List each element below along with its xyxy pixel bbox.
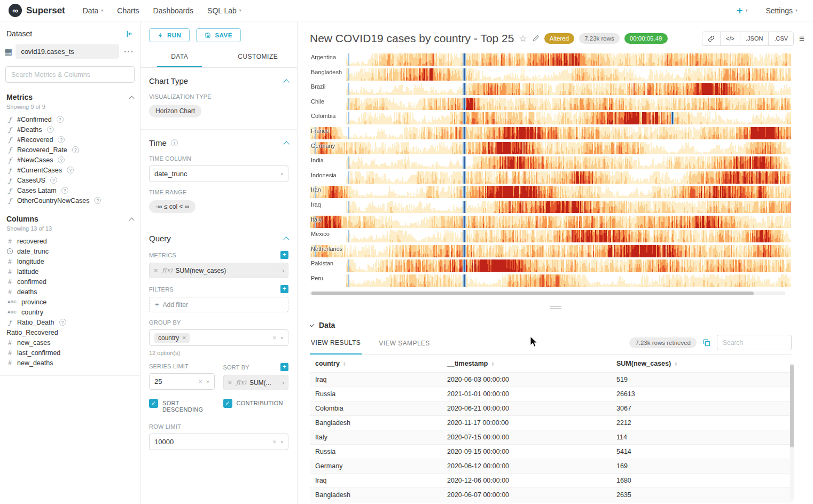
info-icon[interactable]: ? [72,146,79,153]
nav-charts[interactable]: Charts [110,0,146,21]
save-button[interactable]: SAVE [196,28,240,42]
info-icon[interactable]: ? [67,167,74,174]
info-icon[interactable]: ? [57,116,64,123]
scrollbar-thumb[interactable] [311,292,754,295]
tab-data[interactable]: DATA [140,48,219,67]
add-filter-plus-button[interactable]: + [280,285,288,293]
info-icon[interactable]: ? [61,187,68,194]
chevron-right-icon[interactable]: › [278,263,288,278]
nav-sql-lab[interactable]: SQL Lab▾ [200,0,248,21]
sort-descending-checkbox[interactable]: ✓ SORT DESCENDING [149,399,215,413]
sort-by-option[interactable]: × ƒ(x) SUM(... › [223,375,289,390]
columns-title: Columns [6,215,38,223]
share-link-button[interactable] [702,32,721,45]
column-item[interactable]: #new_deaths [0,358,140,368]
results-search-input[interactable] [717,335,792,350]
altered-badge[interactable]: Altered [544,33,574,44]
chart-type-section-toggle[interactable]: Chart Type [149,74,288,86]
copy-icon[interactable] [702,338,711,347]
contribution-checkbox[interactable]: ✓ CONTRIBUTION [223,399,289,413]
tab-view-results[interactable]: VIEW RESULTS [310,334,362,355]
tab-customize[interactable]: CUSTOMIZE [219,48,298,67]
column-item[interactable]: #confirmed [0,277,140,287]
info-icon[interactable]: ? [47,126,54,133]
settings-menu-button[interactable]: Settings▾ [759,0,804,21]
add-sort-button[interactable]: + [280,363,288,371]
info-icon[interactable]: ? [50,177,57,184]
query-section-toggle[interactable]: Query [149,232,288,244]
viz-type-value[interactable]: Horizon Chart [149,105,201,117]
favorite-star-icon[interactable]: ☆ [519,33,527,44]
horizon-chart[interactable]: ArgentinaBangladeshBrazilChileColombiaFr… [310,53,791,290]
data-panel-toggle[interactable]: Data [310,314,792,329]
horizontal-scrollbar[interactable] [310,292,785,295]
clear-icon[interactable]: × [198,377,202,385]
columns-section-header[interactable]: Columns [0,206,140,224]
column-item[interactable]: Ratio_Recovered [0,327,140,337]
time-column-select[interactable]: date_trunc ▾ [149,166,288,182]
chevron-right-icon[interactable]: › [278,375,288,390]
info-icon[interactable]: ? [59,319,66,326]
column-item[interactable]: #last_confirmed [0,348,140,358]
nav-dashboards[interactable]: Dashboards [146,0,201,21]
more-menu-icon[interactable]: ≡ [799,34,804,43]
series-limit-select[interactable]: 25 × ▾ [149,373,215,390]
metric-item[interactable]: ƒ#Deaths? [0,124,140,135]
new-menu-button[interactable]: +▾ [730,0,754,21]
metrics-section-header[interactable]: Metrics [0,84,140,103]
column-header-timestamp[interactable]: __timestamp▲▼ [442,355,611,373]
nav-data[interactable]: Data▾ [76,0,111,21]
metric-item[interactable]: ƒCases Latam? [0,185,140,195]
metric-item[interactable]: ƒRecovered_Rate? [0,145,140,155]
metric-item[interactable]: ƒ#CurrentCases? [0,165,140,175]
metric-item[interactable]: ƒ#Recovered? [0,135,140,145]
panel-resize-handle[interactable] [298,305,813,310]
column-item[interactable]: #new_cases [0,337,140,348]
column-item[interactable]: #recovered [0,236,140,246]
scrollbar-thumb[interactable] [790,365,794,447]
collapse-panel-icon[interactable] [126,30,134,38]
row-limit-select[interactable]: 10000 × ▾ [149,434,288,450]
column-item[interactable]: #deaths [0,287,140,297]
tab-view-samples[interactable]: VIEW SAMPLES [378,334,431,354]
time-section-toggle[interactable]: Time i [149,136,288,148]
info-icon[interactable]: ? [58,156,65,163]
export-csv-button[interactable]: .CSV [769,32,793,45]
vertical-scrollbar[interactable] [790,363,794,501]
column-item[interactable]: #longitude [0,256,140,266]
remove-icon[interactable]: × [154,266,158,274]
metric-item[interactable]: ƒCasesUS? [0,175,140,185]
remove-icon[interactable]: × [182,334,186,342]
group-by-chip[interactable]: country × [154,333,190,343]
column-header-country[interactable]: country▲▼ [310,355,442,373]
info-icon[interactable]: ? [58,136,65,143]
chevron-down-icon: ▾ [745,8,747,13]
info-icon[interactable]: ? [94,197,101,204]
metric-item[interactable]: ƒ#Confirmed? [0,114,140,124]
dataset-more-icon[interactable]: ··· [122,47,136,57]
edit-title-icon[interactable] [532,35,540,42]
embed-code-button[interactable]: </> [721,32,740,45]
info-icon[interactable]: i [171,139,178,146]
column-item[interactable]: #latitude [0,266,140,277]
metrics-columns-search-input[interactable] [5,66,135,83]
column-item[interactable]: ƒRatio_Death? [0,317,140,327]
column-item[interactable]: date_trunc [0,246,140,256]
add-metric-button[interactable]: + [280,251,288,259]
add-filter-button[interactable]: + Add filter [149,297,288,312]
time-range-value[interactable]: -∞ ≤ col < ∞ [149,200,196,213]
column-item[interactable]: ABCprovince [0,297,140,307]
export-json-button[interactable]: .JSON [740,32,769,45]
column-item[interactable]: ABCcountry [0,307,140,317]
group-by-select[interactable]: country × × ▾ [149,329,288,346]
dataset-name[interactable]: covid19.cases_ts [15,44,119,59]
remove-icon[interactable]: × [228,379,232,387]
run-button[interactable]: RUN [149,28,190,42]
clear-icon[interactable]: × [272,334,277,342]
superset-logo[interactable]: ∞ Superset [9,4,76,17]
clear-icon[interactable]: × [272,438,277,446]
column-header-sum-new-cases[interactable]: SUM(new_cases)▲▼ [611,355,792,373]
metric-item[interactable]: ƒOtherCountryNewCases? [0,195,140,206]
metric-item[interactable]: ƒ#NewCases? [0,155,140,165]
metric-option[interactable]: × ƒ(x) SUM(new_cases) › [149,263,288,278]
